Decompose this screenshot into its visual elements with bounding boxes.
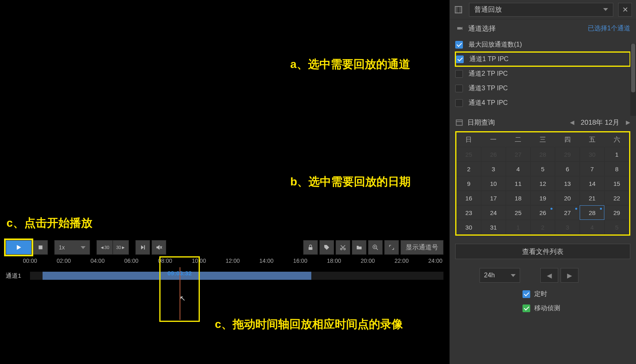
calendar-day[interactable]: 25: [506, 205, 531, 220]
fullscreen-button[interactable]: [384, 240, 399, 255]
calendar-day[interactable]: 13: [555, 176, 580, 191]
channel-item[interactable]: 通道4 TP IPC: [455, 96, 630, 110]
channel-label: 通道3 TP IPC: [469, 84, 508, 93]
calendar-weekday: 五: [580, 132, 604, 147]
month-prev-button[interactable]: ◀: [570, 119, 574, 126]
calendar-day[interactable]: 17: [481, 191, 506, 205]
max-channels-row[interactable]: 最大回放通道数(1): [455, 37, 630, 52]
calendar-day[interactable]: 7: [580, 162, 604, 176]
calendar-day[interactable]: 9: [456, 176, 481, 191]
close-button[interactable]: ✕: [618, 3, 632, 17]
folder-button[interactable]: [352, 240, 366, 255]
calendar-day[interactable]: 19: [531, 191, 555, 205]
calendar-day[interactable]: 20: [555, 191, 580, 205]
channel-section-header: 通道选择 已选择1个通道: [450, 19, 636, 37]
calendar-day[interactable]: 26: [531, 205, 555, 220]
calendar-day[interactable]: 24: [481, 205, 506, 220]
timeline: 00:0002:0004:0006:0008:0010:0012:0014:00…: [6, 258, 443, 281]
calendar-day[interactable]: 27: [555, 205, 580, 220]
time-ruler[interactable]: 00:0002:0004:0006:0008:0010:0012:0014:00…: [30, 258, 443, 268]
timeline-track[interactable]: [30, 272, 443, 280]
scrollbar-thumb[interactable]: [631, 44, 635, 92]
date-section-title: 日期查询: [467, 118, 495, 127]
channel-label: 通道4 TP IPC: [469, 99, 508, 107]
channel-checkbox[interactable]: [455, 85, 463, 92]
calendar-day[interactable]: 15: [604, 176, 629, 191]
tag-button[interactable]: [319, 240, 334, 255]
calendar-weekday: 三: [531, 132, 555, 147]
channel-checkbox[interactable]: [456, 55, 464, 63]
calendar-day[interactable]: 8: [604, 162, 629, 176]
lock-button[interactable]: [303, 240, 318, 255]
recording-segment[interactable]: [43, 272, 311, 280]
time-range-select[interactable]: 24h: [480, 268, 520, 283]
time-tick: 18:00: [327, 258, 341, 264]
channel-scrollbar[interactable]: [630, 44, 636, 116]
calendar-day[interactable]: 12: [531, 176, 555, 191]
filter-motion-checkbox[interactable]: [523, 304, 530, 312]
video-viewport: [0, 0, 450, 237]
calendar-day[interactable]: 14: [580, 176, 604, 191]
calendar-day: 27: [506, 147, 531, 162]
calendar-day[interactable]: 2: [456, 162, 481, 176]
channel-checkbox[interactable]: [455, 99, 463, 107]
calendar-day: 30: [580, 147, 604, 162]
channel-item[interactable]: 通道2 TP IPC: [455, 66, 630, 81]
max-channels-checkbox[interactable]: [455, 41, 463, 49]
panel-header: 普通回放 ✕: [450, 0, 636, 19]
calendar-day[interactable]: 4: [506, 162, 531, 176]
stop-button[interactable]: [33, 240, 48, 255]
time-tick: 10:00: [192, 258, 206, 264]
time-tick: 14:00: [259, 258, 274, 264]
filter-timed-row[interactable]: 定时: [523, 290, 636, 298]
calendar-day[interactable]: 31: [481, 220, 506, 234]
show-channel-button[interactable]: 显示通道号: [400, 240, 443, 255]
month-next-button[interactable]: ▶: [626, 119, 630, 126]
range-prev-button[interactable]: ◀: [540, 268, 558, 283]
calendar-day[interactable]: 21: [580, 191, 604, 205]
channel-checkbox[interactable]: [455, 70, 463, 78]
channel-item[interactable]: 通道1 TP IPC: [455, 52, 630, 66]
step-button[interactable]: [135, 240, 150, 255]
calendar-day: 4: [580, 220, 604, 234]
back-30s-button[interactable]: ◄30: [96, 240, 113, 255]
calendar-weekday: 二: [506, 132, 531, 147]
calendar-day[interactable]: 10: [481, 176, 506, 191]
zoom-button[interactable]: [368, 240, 383, 255]
calendar-day[interactable]: 3: [481, 162, 506, 176]
play-button[interactable]: [6, 240, 32, 255]
calendar-day[interactable]: 18: [506, 191, 531, 205]
selected-channels-link[interactable]: 已选择1个通道: [588, 24, 630, 33]
calendar-day[interactable]: 28: [580, 205, 604, 220]
playback-toolbar: 1x ◄30 30► 显示通道号: [6, 240, 443, 255]
svg-rect-5: [39, 245, 42, 249]
calendar-day[interactable]: 23: [456, 205, 481, 220]
time-tick: 06:00: [124, 258, 138, 264]
calendar-day: 29: [555, 147, 580, 162]
range-next-button[interactable]: ▶: [561, 268, 578, 283]
playback-mode-label: 普通回放: [474, 5, 502, 14]
timeline-row: 通道1: [6, 270, 443, 281]
calendar-day[interactable]: 5: [531, 162, 555, 176]
timeline-channel-label: 通道1: [6, 272, 30, 280]
calendar-weekday: 四: [555, 132, 580, 147]
playback-mode-select[interactable]: 普通回放: [469, 3, 613, 17]
annotation-c-play: c、点击开始播放: [6, 215, 92, 231]
channel-item[interactable]: 通道3 TP IPC: [455, 81, 630, 96]
mute-button[interactable]: [152, 240, 166, 255]
filter-timed-checkbox[interactable]: [523, 290, 530, 298]
calendar-day[interactable]: 22: [604, 191, 629, 205]
speed-select[interactable]: 1x: [54, 240, 90, 255]
calendar-day[interactable]: 6: [555, 162, 580, 176]
time-tick: 08:00: [158, 258, 172, 264]
calendar-day[interactable]: 11: [506, 176, 531, 191]
calendar-day[interactable]: 29: [604, 205, 629, 220]
calendar-day[interactable]: 1: [604, 147, 629, 162]
filter-motion-row[interactable]: 移动侦测: [523, 304, 636, 313]
annotation-a: a、选中需要回放的通道: [290, 57, 410, 72]
calendar-day[interactable]: 16: [456, 191, 481, 205]
calendar-day[interactable]: 30: [456, 220, 481, 234]
cut-button[interactable]: [336, 240, 350, 255]
forward-30s-button[interactable]: 30►: [113, 240, 129, 255]
view-files-button[interactable]: 查看文件列表: [455, 244, 630, 259]
